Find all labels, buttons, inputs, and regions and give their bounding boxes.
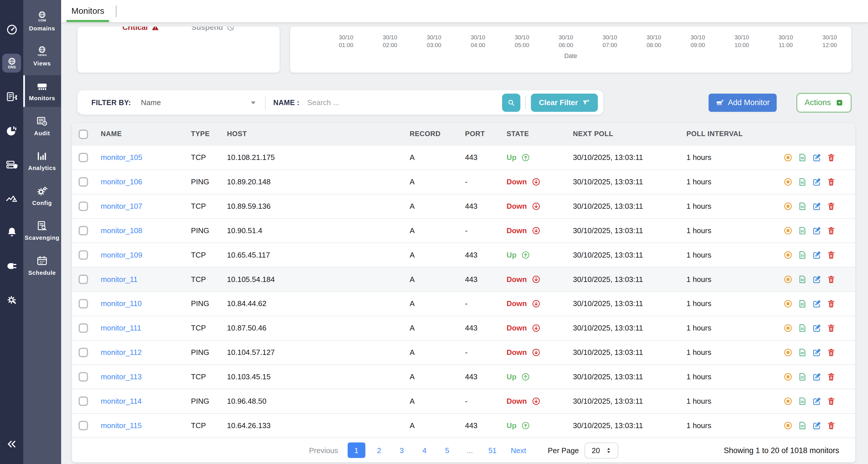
delete-monitor-button[interactable]	[826, 299, 836, 308]
row-checkbox[interactable]	[79, 323, 88, 333]
row-checkbox[interactable]	[79, 397, 88, 406]
collapse-sidebar-button[interactable]	[0, 438, 23, 450]
stop-monitor-button[interactable]	[783, 226, 793, 236]
delete-monitor-button[interactable]	[826, 177, 836, 187]
edit-monitor-button[interactable]	[812, 226, 822, 236]
page-button-5[interactable]: 5	[438, 442, 456, 458]
rail-item-dashboard[interactable]	[2, 20, 21, 39]
report-monitor-button[interactable]	[798, 323, 807, 333]
sidebar-item-domains[interactable]: COMDomains	[23, 5, 61, 37]
report-monitor-button[interactable]	[798, 421, 807, 430]
sidebar-item-schedule[interactable]: Schedule	[23, 250, 61, 281]
monitor-name-link[interactable]: monitor_109	[101, 251, 143, 259]
actions-button[interactable]: Actions	[797, 93, 851, 112]
sidebar-item-monitors[interactable]: Monitors	[23, 75, 61, 107]
clear-filter-button[interactable]: Clear Filter	[531, 93, 598, 112]
select-all-checkbox[interactable]	[79, 129, 88, 139]
row-checkbox[interactable]	[79, 250, 88, 260]
monitor-name-link[interactable]: monitor_115	[101, 422, 142, 430]
report-monitor-button[interactable]	[798, 299, 807, 308]
legend-item-suspend[interactable]: Suspend	[191, 27, 235, 32]
rail-item-anomaly[interactable]	[2, 189, 21, 208]
report-monitor-button[interactable]	[798, 250, 807, 260]
rail-item-reports[interactable]	[2, 121, 21, 140]
filter-by-dropdown[interactable]: Name	[141, 98, 257, 106]
report-monitor-button[interactable]	[798, 226, 807, 236]
delete-monitor-button[interactable]	[826, 202, 836, 211]
monitor-name-link[interactable]: monitor_110	[101, 300, 142, 308]
rail-item-integrations[interactable]	[2, 256, 21, 275]
monitor-name-link[interactable]: monitor_106	[101, 178, 143, 186]
per-page-select[interactable]: 20	[584, 442, 618, 458]
edit-monitor-button[interactable]	[812, 397, 822, 406]
sidebar-item-scavenging[interactable]: Scavenging	[23, 215, 61, 246]
monitor-name-link[interactable]: monitor_114	[101, 397, 142, 405]
page-button-51[interactable]: 51	[484, 442, 501, 458]
row-checkbox[interactable]	[79, 348, 88, 357]
page-button-4[interactable]: 4	[415, 442, 433, 458]
previous-page-button[interactable]: Previous	[309, 446, 338, 454]
edit-monitor-button[interactable]	[812, 299, 822, 308]
edit-monitor-button[interactable]	[812, 372, 822, 381]
delete-monitor-button[interactable]	[826, 153, 836, 162]
row-checkbox[interactable]	[79, 177, 88, 187]
sidebar-item-config[interactable]: Config	[23, 180, 61, 212]
page-button-1[interactable]: 1	[348, 442, 365, 458]
report-monitor-button[interactable]	[798, 177, 807, 187]
rail-item-notifications[interactable]	[2, 222, 21, 242]
edit-monitor-button[interactable]	[812, 153, 822, 162]
monitor-name-link[interactable]: monitor_107	[101, 202, 143, 211]
monitor-name-link[interactable]: monitor_111	[101, 324, 141, 332]
row-checkbox[interactable]	[79, 226, 88, 236]
edit-monitor-button[interactable]	[812, 323, 822, 333]
stop-monitor-button[interactable]	[783, 202, 793, 211]
row-checkbox[interactable]	[79, 299, 88, 308]
row-checkbox[interactable]	[79, 202, 88, 211]
search-input[interactable]	[306, 98, 502, 107]
row-checkbox[interactable]	[79, 275, 88, 284]
report-monitor-button[interactable]	[798, 348, 807, 357]
add-monitor-button[interactable]: Add Monitor	[708, 93, 777, 112]
monitor-name-link[interactable]: monitor_105	[101, 153, 143, 162]
stop-monitor-button[interactable]	[783, 323, 793, 333]
stop-monitor-button[interactable]	[783, 372, 793, 381]
search-button[interactable]	[502, 93, 521, 112]
edit-monitor-button[interactable]	[812, 275, 822, 284]
sidebar-item-analytics[interactable]: Analytics	[23, 145, 61, 177]
report-monitor-button[interactable]	[798, 397, 807, 406]
stop-monitor-button[interactable]	[783, 348, 793, 357]
sidebar-item-audit[interactable]: Audit	[23, 110, 61, 142]
report-monitor-button[interactable]	[798, 202, 807, 211]
rail-item-zones[interactable]	[2, 88, 21, 106]
monitor-name-link[interactable]: monitor_108	[101, 226, 143, 235]
stop-monitor-button[interactable]	[783, 299, 793, 308]
report-monitor-button[interactable]	[798, 275, 807, 284]
edit-monitor-button[interactable]	[812, 250, 822, 260]
delete-monitor-button[interactable]	[826, 421, 836, 430]
delete-monitor-button[interactable]	[826, 372, 836, 381]
stop-monitor-button[interactable]	[783, 177, 793, 187]
stop-monitor-button[interactable]	[783, 397, 793, 406]
page-button-3[interactable]: 3	[393, 442, 411, 458]
stop-monitor-button[interactable]	[783, 421, 793, 430]
page-button-2[interactable]: 2	[370, 442, 388, 458]
monitor-name-link[interactable]: monitor_113	[101, 373, 142, 381]
row-checkbox[interactable]	[79, 372, 88, 381]
row-checkbox[interactable]	[79, 421, 88, 430]
stop-monitor-button[interactable]	[783, 153, 793, 162]
row-checkbox[interactable]	[79, 153, 88, 162]
edit-monitor-button[interactable]	[812, 421, 822, 430]
stop-monitor-button[interactable]	[783, 250, 793, 260]
rail-item-dns[interactable]: DNS	[2, 54, 21, 73]
edit-monitor-button[interactable]	[812, 348, 822, 357]
rail-item-settings[interactable]	[2, 290, 21, 309]
next-page-button[interactable]: Next	[511, 446, 526, 454]
edit-monitor-button[interactable]	[812, 202, 822, 211]
sidebar-item-views[interactable]: VIEWSViews	[23, 40, 61, 72]
delete-monitor-button[interactable]	[826, 397, 836, 406]
monitor-name-link[interactable]: monitor_11	[101, 275, 137, 283]
delete-monitor-button[interactable]	[826, 250, 836, 260]
delete-monitor-button[interactable]	[826, 323, 836, 333]
report-monitor-button[interactable]	[798, 372, 807, 381]
report-monitor-button[interactable]	[798, 153, 807, 162]
